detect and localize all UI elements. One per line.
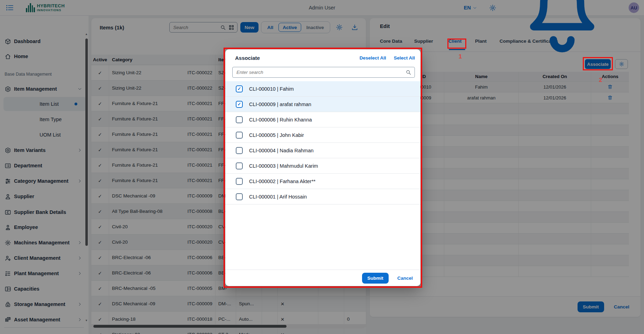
checkbox-icon[interactable] xyxy=(236,178,243,185)
app-root: HYBRITECH INNOVATIONS Admin User EN 103 … xyxy=(0,0,644,334)
option-label: CLI-000001 | Arif Hossain xyxy=(249,194,307,200)
associate-modal: Associate Deselect All Select All ✓CLI-0… xyxy=(225,49,420,286)
client-options-list: ✓CLI-000010 | Fahim✓CLI-000009 | arafat … xyxy=(225,81,420,204)
deselect-all-link[interactable]: Deselect All xyxy=(360,55,386,61)
option-label: CLI-000004 | Nadia Rahman xyxy=(249,148,313,153)
modal-footer: Submit Cancel xyxy=(225,270,420,286)
associate-option[interactable]: CLI-000006 | Ruhin Khanna xyxy=(225,112,420,127)
option-label: CLI-000005 | John Kabir xyxy=(249,132,304,138)
checkbox-checked-icon[interactable]: ✓ xyxy=(236,101,243,108)
checkbox-icon[interactable] xyxy=(236,132,243,139)
modal-submit-button[interactable]: Submit xyxy=(362,273,389,284)
modal-title: Associate xyxy=(235,55,260,61)
associate-option[interactable]: CLI-000005 | John Kabir xyxy=(225,127,420,143)
option-label: CLI-000003 | Mahmudul Karim xyxy=(249,163,318,169)
checkbox-icon[interactable] xyxy=(236,147,243,154)
associate-modal-header: Associate Deselect All Select All xyxy=(225,49,420,66)
associate-option[interactable]: CLI-000004 | Nadia Rahman xyxy=(225,143,420,158)
checkbox-icon[interactable] xyxy=(236,162,243,169)
select-all-link[interactable]: Select All xyxy=(394,55,415,61)
checkbox-icon[interactable] xyxy=(236,193,243,200)
associate-option[interactable]: ✓CLI-000009 | arafat rahman xyxy=(225,97,420,112)
option-label: CLI-000002 | Farhana Akter** xyxy=(249,179,316,184)
associate-option[interactable]: CLI-000003 | Mahmudul Karim xyxy=(225,158,420,174)
option-label: CLI-000009 | arafat rahman xyxy=(249,102,311,107)
associate-option[interactable]: CLI-000002 | Farhana Akter** xyxy=(225,174,420,189)
modal-search xyxy=(232,67,415,78)
option-label: CLI-000006 | Ruhin Khanna xyxy=(249,117,312,123)
associate-option[interactable]: CLI-000001 | Arif Hossain xyxy=(225,189,420,204)
option-label: CLI-000010 | Fahim xyxy=(249,86,294,92)
associate-option[interactable]: ✓CLI-000010 | Fahim xyxy=(225,81,420,97)
checkbox-icon[interactable] xyxy=(236,116,243,123)
search-icon[interactable] xyxy=(405,69,411,75)
modal-cancel-button[interactable]: Cancel xyxy=(395,275,415,281)
checkbox-checked-icon[interactable]: ✓ xyxy=(236,85,243,92)
modal-search-input[interactable] xyxy=(236,69,405,75)
